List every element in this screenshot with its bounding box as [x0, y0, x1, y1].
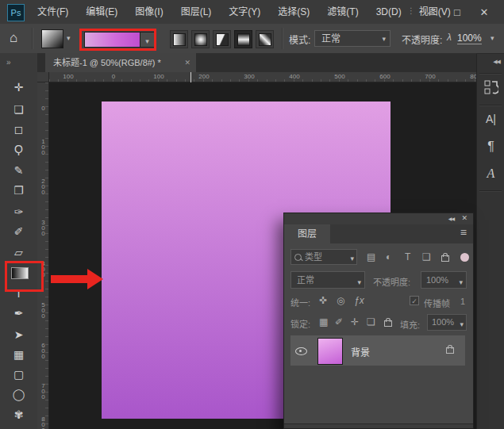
opacity-value[interactable]: 100%: [457, 33, 482, 44]
panel-collapse-icon[interactable]: ◀◀: [448, 216, 454, 221]
blend-mode-select[interactable]: 正常 ▾: [314, 30, 391, 47]
ruler-label: 500: [330, 73, 349, 80]
annotation-box-gradient-tool: [5, 261, 44, 292]
pen-pressure-icon[interactable]: λ: [447, 32, 452, 43]
unify-position-icon[interactable]: ✜: [319, 295, 327, 306]
filter-shape-icon[interactable]: ❑: [422, 251, 431, 262]
custom-shape-tool[interactable]: ✾: [0, 408, 37, 422]
radial-gradient-icon: [194, 33, 207, 46]
toolbar-overflow-icon[interactable]: »: [0, 53, 37, 72]
blend-mode-value: 正常: [297, 275, 314, 285]
angle-gradient-button[interactable]: [213, 30, 231, 48]
layer-opacity-field[interactable]: 100% ▾: [421, 271, 467, 289]
reflected-gradient-button[interactable]: [234, 30, 252, 48]
divider: [479, 73, 502, 75]
panel-icon-paragraph[interactable]: ¶: [477, 140, 504, 154]
toolbox: ✛ ❏ ◻ Ϙ ✎ ❐ ✑ ✐ ▱ T ✒ ➤ ▦ ▢ ◯ ✾: [0, 72, 38, 429]
fill-label: 填充:: [400, 318, 420, 331]
layer-blend-mode-select[interactable]: 正常 ▾: [290, 271, 365, 289]
ruler-label: 0: [39, 105, 47, 110]
vertical-ruler[interactable]: 0 100 200 300 400 500 600 700 800: [37, 82, 49, 429]
lock-move-icon[interactable]: ✛: [351, 316, 359, 327]
close-tab-icon[interactable]: ✕: [184, 53, 190, 72]
marquee-tool[interactable]: ◻: [0, 122, 37, 136]
chevron-down-icon[interactable]: ▾: [67, 34, 71, 42]
lock-all-icon[interactable]: [384, 320, 392, 327]
layer-fill-field[interactable]: 100% ▾: [427, 314, 467, 331]
menu-3d[interactable]: 3D(D): [367, 0, 410, 24]
ruler-label: 600: [375, 73, 394, 80]
radial-gradient-button[interactable]: [191, 30, 210, 48]
tool-preset-thumbnail[interactable]: [41, 29, 63, 48]
filter-adjustment-icon[interactable]: ◐: [386, 251, 391, 262]
menu-type[interactable]: 文字(Y): [220, 0, 269, 24]
crop-tool[interactable]: ❐: [0, 183, 37, 197]
pen-tool[interactable]: ✒: [0, 306, 37, 320]
diamond-gradient-button[interactable]: [256, 30, 274, 48]
lock-label: 锁定:: [290, 317, 310, 330]
search-icon: [294, 254, 302, 261]
layer-opacity-label: 不透明度:: [373, 275, 410, 288]
shape-rect-tool[interactable]: ▦: [0, 347, 37, 362]
eyedropper-tool[interactable]: ✑: [0, 205, 37, 219]
close-button[interactable]: ✕: [471, 6, 498, 18]
path-select-tool[interactable]: ➤: [0, 327, 37, 342]
unify-visibility-icon[interactable]: ◎: [337, 295, 344, 306]
lasso-tool[interactable]: Ϙ: [0, 142, 37, 156]
ruler-label: 300: [240, 73, 259, 80]
menu-file[interactable]: 文件(F): [29, 0, 77, 24]
menu-select[interactable]: 选择(S): [269, 0, 318, 24]
menu-layer[interactable]: 图层(L): [172, 0, 221, 24]
tab-layers[interactable]: 图层: [284, 224, 330, 243]
layer-name[interactable]: 背景: [351, 345, 370, 358]
document-tab-bar: » 未标题-1 @ 50%(RGB/8#) * ✕: [0, 53, 476, 72]
mode-label: 模式:: [289, 33, 310, 46]
layer-row-background[interactable]: 背景: [290, 335, 465, 366]
chevron-down-icon[interactable]: ▾: [491, 34, 494, 42]
layer-lock-icon[interactable]: [446, 347, 454, 354]
lock-transparent-icon[interactable]: ▦: [319, 316, 328, 327]
filter-smart-object-icon[interactable]: [441, 255, 449, 262]
eraser-tool[interactable]: ▱: [0, 245, 37, 259]
filter-type-icon[interactable]: T: [405, 251, 410, 262]
panel-icon-character[interactable]: A|: [477, 113, 504, 125]
home-icon[interactable]: ⌂: [10, 30, 17, 46]
menu-overflow-icon[interactable]: ⋮: [407, 6, 415, 15]
panel-close-icon[interactable]: ✕: [461, 214, 467, 222]
angle-gradient-icon: [216, 33, 229, 46]
brush-tool[interactable]: ✐: [0, 224, 37, 239]
frame-tool[interactable]: ❏: [0, 102, 37, 117]
linear-gradient-button[interactable]: [170, 30, 188, 48]
filter-image-icon[interactable]: ▤: [367, 251, 375, 262]
propagate-frames-checkbox[interactable]: ✓: [410, 296, 419, 305]
divider: [282, 28, 283, 49]
maximize-button[interactable]: □: [444, 6, 471, 18]
ellipse-tool[interactable]: ◯: [0, 387, 37, 401]
panel-icon-history[interactable]: [477, 79, 504, 98]
layers-blend-row: 正常 ▾ 不透明度: 100% ▾: [284, 269, 473, 291]
layer-visibility-icon[interactable]: [295, 347, 307, 355]
panel-icon-glyphs[interactable]: A: [477, 167, 504, 181]
quick-selection-tool[interactable]: ✎: [0, 163, 37, 178]
ruler-cursor-mark: [190, 72, 191, 82]
annotation-arrow: [51, 275, 87, 283]
layer-opacity-value: 100%: [426, 275, 448, 285]
menu-image[interactable]: 图像(I): [126, 0, 171, 24]
lock-paint-icon[interactable]: ✐: [335, 316, 343, 327]
horizontal-ruler[interactable]: 100 0 100 200 300 400 500 600 700 800: [49, 72, 476, 82]
unify-style-icon[interactable]: ƒx: [354, 295, 364, 306]
layer-filter-select[interactable]: 类型 ▾: [290, 249, 357, 265]
menu-edit[interactable]: 编辑(E): [77, 0, 126, 24]
rounded-rect-tool[interactable]: ▢: [0, 367, 37, 381]
document-tab[interactable]: 未标题-1 @ 50%(RGB/8#) * ✕: [45, 53, 196, 72]
minimize-button[interactable]: –: [417, 6, 444, 18]
menu-filter[interactable]: 滤镜(T): [318, 0, 367, 24]
ruler-label: 100: [149, 73, 168, 80]
layer-thumbnail[interactable]: [317, 338, 343, 365]
panel-menu-icon[interactable]: ≡: [460, 226, 467, 239]
dock-collapse-icon[interactable]: ◀◀: [493, 59, 500, 65]
move-tool[interactable]: ✛: [0, 80, 37, 94]
lock-artboard-icon[interactable]: ❏: [367, 316, 375, 327]
layers-panel-header[interactable]: ◀◀ ✕: [284, 213, 473, 225]
filter-toggle-icon[interactable]: [460, 253, 469, 262]
